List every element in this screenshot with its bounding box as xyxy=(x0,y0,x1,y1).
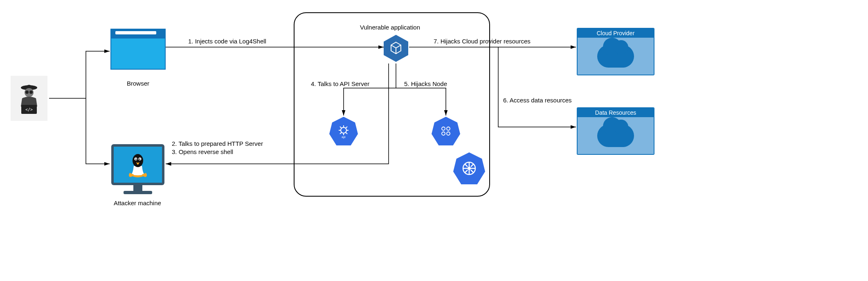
svg-line-19 xyxy=(346,127,347,128)
attacker-machine-label: Attacker machine xyxy=(114,199,161,206)
vulnerable-app-label: Vulnerable application xyxy=(360,24,420,31)
svg-line-33 xyxy=(471,170,474,173)
svg-point-12 xyxy=(341,127,346,133)
svg-line-20 xyxy=(340,132,342,134)
kubernetes-icon xyxy=(453,152,485,184)
svg-point-27 xyxy=(468,167,471,170)
hacker-icon: </> xyxy=(11,76,47,121)
edge-label-3: 3. Opens reverse shell xyxy=(172,148,233,155)
data-resources-header: Data Resources xyxy=(578,108,654,117)
svg-point-25 xyxy=(447,132,450,135)
svg-line-34 xyxy=(471,164,474,167)
edge-label-1: 1. Injects code via Log4Shell xyxy=(188,38,266,45)
cloud-icon xyxy=(597,125,634,147)
edge-label-5: 5. Hijacks Node xyxy=(404,80,447,87)
tux-icon xyxy=(126,152,150,178)
svg-line-35 xyxy=(465,170,468,173)
svg-line-32 xyxy=(465,164,468,167)
edge-label-4: 4. Talks to API Server xyxy=(311,80,369,87)
vulnerable-app-icon xyxy=(384,35,408,62)
svg-point-3 xyxy=(29,91,33,94)
cloud-icon xyxy=(597,45,634,68)
svg-point-10 xyxy=(135,158,137,159)
data-resources-panel: Data Resources xyxy=(577,107,654,155)
k8s-node-icon xyxy=(432,117,460,145)
edge-label-2: 2. Talks to prepared HTTP Server xyxy=(172,140,263,147)
browser-label: Browser xyxy=(127,80,149,87)
cloud-provider-header: Cloud Provider xyxy=(578,29,654,38)
browser-icon xyxy=(110,29,166,70)
svg-line-17 xyxy=(340,127,342,128)
svg-line-18 xyxy=(346,132,347,134)
svg-text:</>: </> xyxy=(25,107,33,112)
edge-label-7: 7. Hijacks Cloud provider resources xyxy=(434,38,531,45)
svg-point-11 xyxy=(139,158,140,159)
browser-node xyxy=(110,29,166,70)
svg-point-2 xyxy=(25,91,29,94)
monitor-icon xyxy=(111,144,164,185)
edge-label-6: 6. Access data resources xyxy=(503,97,572,104)
attacker-machine-node xyxy=(111,144,164,185)
cloud-provider-panel: Cloud Provider xyxy=(577,28,654,75)
svg-point-22 xyxy=(442,127,445,130)
svg-point-7 xyxy=(133,154,143,167)
api-server-icon: api xyxy=(329,117,358,145)
svg-point-23 xyxy=(447,127,450,130)
svg-text:api: api xyxy=(342,136,346,139)
svg-point-24 xyxy=(442,132,445,135)
